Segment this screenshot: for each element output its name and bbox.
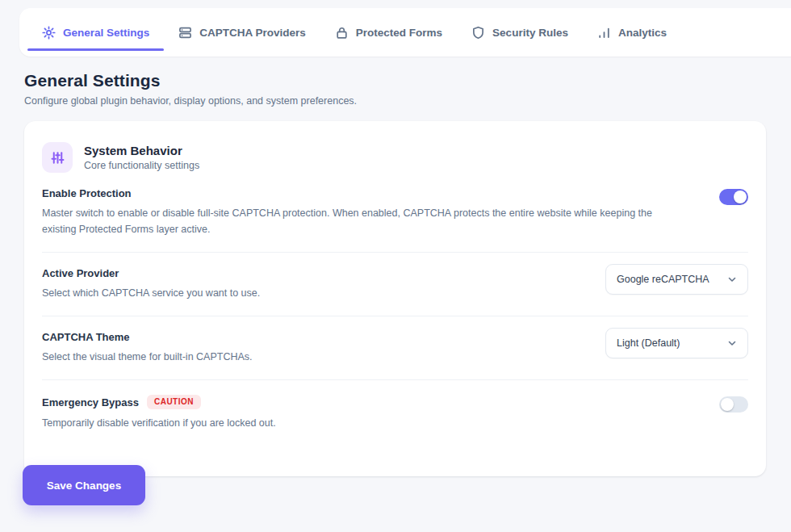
gear-icon <box>42 26 56 40</box>
page-subtitle: Configure global plugin behavior, displa… <box>24 95 767 107</box>
setting-description: Master switch to enable or disable full-… <box>42 205 687 237</box>
setting-description: Temporarily disable verification if you … <box>42 415 687 431</box>
setting-label: Emergency Bypass <box>42 396 139 408</box>
captcha-theme-select[interactable]: Light (Default) <box>605 328 748 358</box>
tab-label: Analytics <box>618 27 667 39</box>
select-value: Google reCAPTCHA <box>617 274 709 285</box>
chevron-down-icon <box>727 338 737 348</box>
tab-label: CAPTCHA Providers <box>199 27 306 39</box>
tab-label: Security Rules <box>492 27 568 39</box>
lock-icon <box>335 26 349 40</box>
select-value: Light (Default) <box>617 337 680 349</box>
setting-row-emergency-bypass: Emergency Bypass CAUTION Temporarily dis… <box>42 379 748 452</box>
setting-row-enable-protection: Enable Protection Master switch to enabl… <box>42 173 748 252</box>
tab-label: Protected Forms <box>356 27 442 39</box>
card-title: System Behavior <box>84 144 199 157</box>
enable-protection-toggle[interactable] <box>719 189 748 205</box>
setting-row-active-provider: Active Provider Select which CAPTCHA ser… <box>42 252 748 316</box>
setting-row-captcha-theme: CAPTCHA Theme Select the visual theme fo… <box>42 316 748 379</box>
card-header-text: System Behavior Core functionality setti… <box>84 144 199 171</box>
card-subtitle: Core functionality settings <box>84 160 199 171</box>
settings-tab-bar: General Settings CAPTCHA Providers Prote… <box>19 8 791 57</box>
toggle-knob <box>734 191 747 203</box>
tab-analytics[interactable]: Analytics <box>583 8 681 57</box>
caution-badge: CAUTION <box>147 395 201 409</box>
emergency-bypass-toggle[interactable] <box>719 396 748 413</box>
bar-chart-icon <box>597 26 611 40</box>
chevron-down-icon <box>727 274 737 284</box>
active-provider-select[interactable]: Google reCAPTCHA <box>605 264 748 295</box>
tab-general-settings[interactable]: General Settings <box>27 8 164 57</box>
tab-label: General Settings <box>63 27 149 39</box>
tab-captcha-providers[interactable]: CAPTCHA Providers <box>164 8 320 57</box>
save-changes-button[interactable]: Save Changes <box>23 465 145 505</box>
page-header: General Settings Configure global plugin… <box>24 71 767 107</box>
system-behavior-card: System Behavior Core functionality setti… <box>24 121 766 476</box>
card-header: System Behavior Core functionality setti… <box>42 142 748 173</box>
setting-label: Enable Protection <box>42 187 687 199</box>
setting-label: Active Provider <box>42 267 573 279</box>
tab-protected-forms[interactable]: Protected Forms <box>320 8 457 57</box>
sliders-icon <box>42 142 73 173</box>
shield-icon <box>471 26 485 40</box>
tab-security-rules[interactable]: Security Rules <box>457 8 583 57</box>
toggle-knob <box>721 398 734 411</box>
server-icon <box>178 26 192 40</box>
setting-description: Select which CAPTCHA service you want to… <box>42 285 573 301</box>
setting-description: Select the visual theme for built-in CAP… <box>42 349 573 365</box>
page-title: General Settings <box>24 71 767 90</box>
setting-label: CAPTCHA Theme <box>42 331 573 343</box>
